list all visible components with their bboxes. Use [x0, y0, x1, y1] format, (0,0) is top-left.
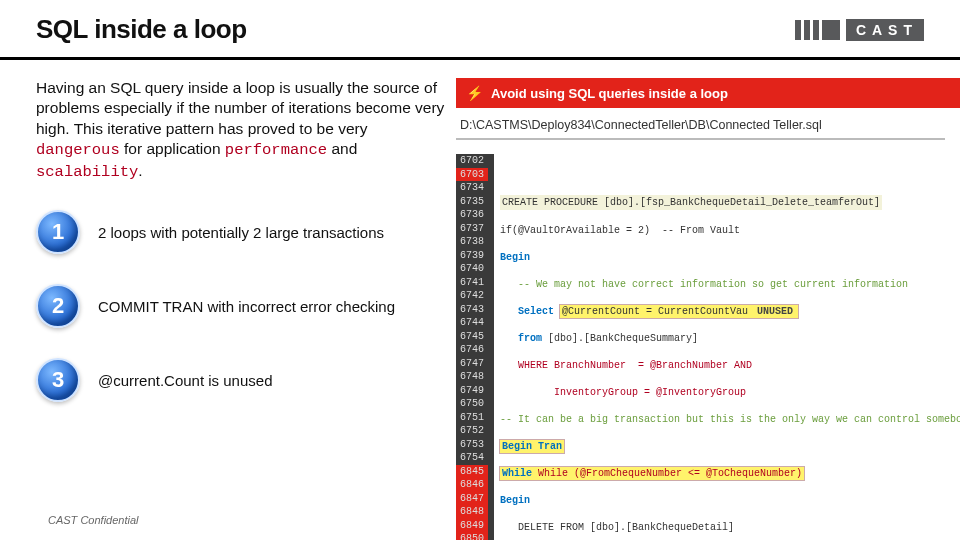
word-dangerous: dangerous: [36, 141, 120, 159]
logo-bars-icon: [795, 20, 840, 40]
code-line: Begin: [500, 494, 960, 508]
code-line: Begin: [500, 251, 960, 265]
line-number: 6845: [456, 465, 488, 479]
code-line: Select @CurrentCount = CurrentCountVau U…: [500, 305, 960, 319]
issue-3-text: @current.Count is unused: [98, 372, 273, 389]
badge-2-icon: 2: [36, 284, 80, 328]
line-number: 6745: [456, 330, 488, 344]
word-scalability: scalability: [36, 163, 138, 181]
code-block: 6702670367346735673667376738673967406741…: [456, 154, 960, 540]
word-performance: performance: [225, 141, 327, 159]
code-line: from [dbo].[BankChequeSummary]: [500, 332, 960, 346]
line-number: 6749: [456, 384, 488, 398]
line-number: 6741: [456, 276, 488, 290]
para-part4: .: [138, 162, 142, 179]
line-number: 6849: [456, 519, 488, 533]
line-number: 6740: [456, 262, 488, 276]
line-number: 6736: [456, 208, 488, 222]
line-number: 6744: [456, 316, 488, 330]
line-gutter: 6702670367346735673667376738673967406741…: [456, 154, 494, 540]
code-line: DELETE FROM [dbo].[BankChequeDetail]: [500, 521, 960, 535]
line-number: 6846: [456, 478, 488, 492]
line-number: 6735: [456, 195, 488, 209]
issue-3: 3 @current.Count is unused: [36, 358, 446, 402]
line-number: 6738: [456, 235, 488, 249]
code-body: CREATE PROCEDURE [dbo].[fsp_BankChequeDe…: [494, 154, 960, 540]
code-line: if(@VaultOrAvailable = 2) -- From Vault: [500, 224, 960, 238]
footer-text: CAST Confidential: [48, 514, 139, 526]
cast-logo: CAST: [795, 19, 924, 41]
issues-list: 1 2 loops with potentially 2 large trans…: [36, 210, 446, 402]
line-number: 6739: [456, 249, 488, 263]
code-line: While While (@FromChequeNumber <= @ToChe…: [500, 467, 960, 481]
line-number: 6737: [456, 222, 488, 236]
line-number: 6746: [456, 343, 488, 357]
page-title: SQL inside a loop: [36, 14, 247, 45]
rule-banner: ⚡ Avoid using SQL queries inside a loop: [456, 78, 960, 108]
line-number: 6743: [456, 303, 488, 317]
issue-1-text: 2 loops with potentially 2 large transac…: [98, 224, 384, 241]
code-line: InventoryGroup = @InventoryGroup: [500, 386, 960, 400]
rule-title: Avoid using SQL queries inside a loop: [491, 86, 728, 101]
code-line: -- It can be a big transaction but this …: [500, 413, 960, 427]
line-number: 6848: [456, 505, 488, 519]
intro-paragraph: Having an SQL query inside a loop is usu…: [36, 78, 446, 182]
issue-2: 2 COMMIT TRAN with incorrect error check…: [36, 284, 446, 328]
file-path: D:\CASTMS\Deploy834\ConnectedTeller\DB\C…: [456, 108, 945, 140]
code-line: -- We may not have correct information s…: [500, 278, 960, 292]
para-part3: and: [327, 140, 357, 157]
para-part2: for application: [120, 140, 225, 157]
line-number: 6847: [456, 492, 488, 506]
line-number: 6850: [456, 532, 488, 540]
line-number: 6751: [456, 411, 488, 425]
line-number: 6703: [456, 168, 488, 182]
issue-2-text: COMMIT TRAN with incorrect error checkin…: [98, 298, 395, 315]
badge-1-icon: 1: [36, 210, 80, 254]
code-line: CREATE PROCEDURE [dbo].[fsp_BankChequeDe…: [500, 195, 960, 211]
line-number: 6753: [456, 438, 488, 452]
line-number: 6747: [456, 357, 488, 371]
logo-text: CAST: [846, 19, 924, 41]
issue-1: 1 2 loops with potentially 2 large trans…: [36, 210, 446, 254]
line-number: 6742: [456, 289, 488, 303]
line-number: 6702: [456, 154, 488, 168]
line-number: 6734: [456, 181, 488, 195]
line-number: 6754: [456, 451, 488, 465]
bolt-icon: ⚡: [466, 85, 483, 101]
badge-3-icon: 3: [36, 358, 80, 402]
code-line: Begin Tran: [500, 440, 960, 454]
code-line: WHERE BranchNumber = @BranchNumber AND: [500, 359, 960, 373]
para-part1: Having an SQL query inside a loop is usu…: [36, 79, 444, 137]
line-number: 6752: [456, 424, 488, 438]
line-number: 6748: [456, 370, 488, 384]
code-line: [500, 168, 960, 182]
line-number: 6750: [456, 397, 488, 411]
